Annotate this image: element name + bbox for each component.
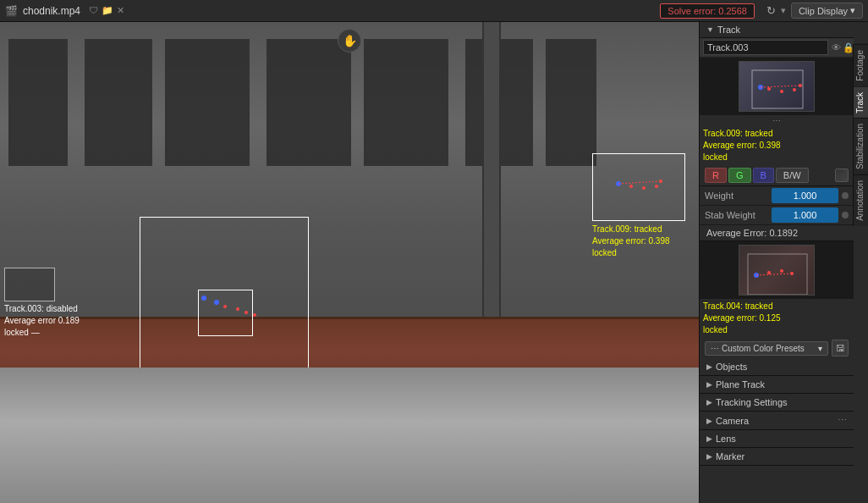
avg-error-row: Average Error: 0.1892 [700,225,854,241]
camera-menu-icon[interactable]: ⋯ [838,415,847,426]
lens-section: ▶ Lens [700,430,854,448]
avg-error-label: Average Error: 0.1892 [706,228,798,238]
camera-section: ▶ Camera ⋯ [700,412,854,430]
track-003-marker [4,268,55,301]
drain-pipe [482,22,501,368]
thumbnail-bg-top [739,62,814,111]
thumbnail-area-top [700,58,854,115]
svg-point-18 [767,87,771,91]
svg-point-5 [253,313,256,317]
plane-track-section: ▶ Plane Track [700,376,854,394]
window-frame-1 [8,39,68,166]
tab-stabilization[interactable]: Stabilization [854,118,868,174]
window-frame-3 [165,39,250,166]
dots-icon: ⋯ [772,116,781,125]
window-frame-4 [266,39,351,166]
objects-collapse-header[interactable]: ▶ Objects [700,358,854,375]
camera-header-left: ▶ Camera [706,416,749,426]
clip-icon: 🎬 [5,5,18,17]
track-002-path-svg [140,218,308,385]
solve-error-badge: Solve error: 0.2568 [660,3,755,19]
channel-r-button[interactable]: R [705,168,727,183]
side-tabs: Footage Track Stabilization Annotation [853,44,868,226]
weight-row: Weight 1.000 [700,186,854,206]
video-background: ✋ Track.003: disabled Average error 0.18… [0,22,699,503]
svg-point-25 [767,271,771,274]
header-file-icons: 🛡 📁 ✕ [89,5,124,16]
track-section-header: ▼ Track [700,22,854,38]
svg-point-7 [629,185,633,188]
marker-triangle-icon: ▶ [706,452,712,461]
tab-track[interactable]: Track [854,86,868,119]
preset-save-button[interactable]: 🖫 [832,340,849,357]
stab-weight-value[interactable]: 1.000 [772,207,838,223]
camera-triangle-icon: ▶ [706,417,712,425]
tracking-settings-collapse-header[interactable]: ▶ Tracking Settings [700,394,854,411]
folder-icon[interactable]: 📁 [102,5,113,16]
track-section-title: Track [717,25,740,35]
thumbnail-bg-bottom [739,246,814,295]
stab-weight-label: Stab Weight [705,210,768,220]
eye-icon[interactable]: 👁 [832,42,841,53]
lens-collapse-header[interactable]: ▶ Lens [700,430,854,447]
marker-label: Marker [716,451,744,462]
channel-b-button[interactable]: B [753,168,774,183]
chevron-down-icon[interactable]: ▾ [781,5,786,16]
lens-label: Lens [716,434,736,444]
svg-line-22 [761,86,800,87]
stab-weight-row: Stab Weight 1.000 [700,206,854,225]
preset-label: Custom Color Presets [722,344,805,353]
track-info-top: Track.009: tracked Average error: 0.398 … [700,126,854,165]
svg-point-2 [223,305,227,308]
track-002-marker [140,217,309,386]
window-frame-5 [364,39,448,166]
camera-rotate-icon[interactable]: ↻ [766,4,776,17]
header-right: ↻ ▾ Clip Display ▾ [766,3,863,19]
window-frame-2 [85,39,152,166]
main-area: ✋ Track.003: disabled Average error 0.18… [0,22,868,503]
track-thumbnail-top [739,61,815,112]
shield-icon[interactable]: 🛡 [89,5,98,16]
channel-g-button[interactable]: G [728,168,751,183]
svg-line-11 [618,181,661,184]
track-009-path-svg [593,154,684,220]
weight-value[interactable]: 1.000 [772,188,838,203]
pavement-area [0,368,699,503]
track-name-input[interactable] [703,40,828,55]
weight-label: Weight [705,191,768,201]
svg-point-4 [244,311,248,314]
chevron-down-icon-2: ▾ [850,5,855,16]
plane-track-triangle-icon: ▶ [706,380,712,389]
navigation-tool[interactable]: ✋ [338,29,361,53]
right-panel: ▼ Track 👁 🔒 [699,22,868,503]
preset-dots-icon: ⋯ [711,344,719,353]
clip-display-button[interactable]: Clip Display ▾ [791,3,863,19]
track-009-label: Track.009: tracked Average error: 0.398 … [592,224,670,259]
tracking-settings-section: ▶ Tracking Settings [700,394,854,412]
close-icon[interactable]: ✕ [117,5,124,16]
viewport[interactable]: ✋ Track.003: disabled Average error 0.18… [0,22,699,503]
weight-dot[interactable] [842,192,849,199]
objects-triangle-icon: ▶ [706,362,712,371]
svg-point-1 [214,300,219,305]
svg-point-26 [780,269,783,273]
save-icon: 🖫 [836,343,845,353]
track-name-row: 👁 🔒 [700,38,854,58]
custom-color-presets-button[interactable]: ⋯ Custom Color Presets ▾ [705,341,828,356]
tab-annotation[interactable]: Annotation [854,174,868,226]
marker-section: ▶ Marker [700,448,854,466]
lens-triangle-icon: ▶ [706,434,712,443]
header-bar: 🎬 chodnik.mp4 🛡 📁 ✕ Solve error: 0.2568 … [0,0,868,22]
track-003-label: Track.003: disabled Average error 0.189 … [4,303,80,339]
camera-label: Camera [716,416,749,426]
channel-bw-button[interactable]: B/W [776,168,809,183]
thumbnail-area-bottom [700,241,854,299]
color-display-box[interactable] [835,169,849,182]
plane-track-collapse-header[interactable]: ▶ Plane Track [700,376,854,393]
camera-collapse-header[interactable]: ▶ Camera ⋯ [700,412,854,429]
tab-footage[interactable]: Footage [854,44,868,86]
marker-collapse-header[interactable]: ▶ Marker [700,448,854,465]
track-thumbnail-bottom [739,245,815,296]
stab-weight-dot[interactable] [842,212,849,218]
window-frame-7 [546,39,596,166]
